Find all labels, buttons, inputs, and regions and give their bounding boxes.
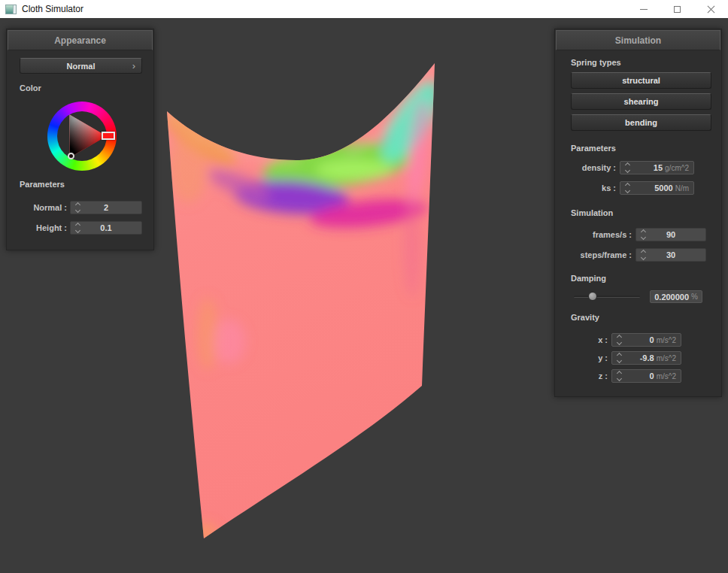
app-icon — [5, 5, 17, 14]
ks-spinbox[interactable]: 5000 N/m — [620, 181, 694, 195]
gravity-x-label: x : — [555, 335, 608, 344]
spring-types-label: Spring types — [571, 58, 621, 67]
slider-track[interactable] — [574, 296, 640, 298]
density-spinbox[interactable]: 15 g/cm^2 — [620, 161, 694, 174]
damping-value-box[interactable]: 0.200000 % — [650, 290, 702, 303]
saturation-value-selector[interactable] — [68, 153, 74, 159]
spinner-arrows-icon[interactable] — [612, 353, 624, 362]
bending-button[interactable]: bending — [571, 114, 711, 131]
height-param-spinbox[interactable]: 0.1 — [70, 221, 142, 235]
close-icon — [707, 5, 715, 14]
gravity-x-unit: m/s^2 — [654, 336, 681, 344]
density-label: density : — [555, 163, 616, 172]
color-label: Color — [20, 83, 41, 92]
structural-button[interactable]: structural — [571, 72, 711, 89]
gravity-y-unit: m/s^2 — [654, 354, 681, 362]
ks-label: ks : — [555, 183, 616, 193]
shader-dropdown[interactable]: Normal › — [20, 58, 142, 74]
slider-handle[interactable] — [588, 292, 597, 301]
gravity-label: Gravity — [571, 313, 599, 322]
spinner-arrows-icon[interactable] — [612, 335, 624, 344]
gravity-z-spinbox[interactable]: 0 m/s^2 — [611, 369, 681, 383]
sim-simulation-label: Simulation — [571, 208, 613, 217]
viewport[interactable]: Appearance Normal › Color — [0, 18, 728, 573]
appearance-panel: Appearance Normal › Color — [6, 29, 154, 250]
frames-spinbox[interactable]: 90 — [635, 228, 706, 241]
shader-dropdown-value: Normal — [67, 62, 96, 71]
density-unit: g/cm^2 — [663, 164, 693, 172]
normal-param-spinbox[interactable]: 2 — [70, 201, 142, 214]
steps-label: steps/frame : — [555, 250, 632, 259]
minimize-button[interactable] — [626, 0, 660, 18]
height-param-label: Height : — [7, 223, 67, 232]
chevron-right-icon: › — [132, 60, 135, 71]
gravity-z-label: z : — [555, 371, 608, 380]
gravity-y-label: y : — [555, 353, 608, 362]
spinner-arrows-icon[interactable] — [636, 230, 648, 239]
simulation-panel-header[interactable]: Simulation — [556, 30, 720, 50]
shearing-button[interactable]: shearing — [571, 93, 711, 110]
spinner-arrows-icon[interactable] — [620, 163, 632, 172]
frames-label: frames/s : — [555, 230, 632, 239]
close-button[interactable] — [694, 0, 728, 18]
gravity-y-spinbox[interactable]: -9.8 m/s^2 — [611, 351, 681, 365]
spinner-arrows-icon[interactable] — [636, 250, 648, 259]
spinner-arrows-icon[interactable] — [71, 203, 83, 212]
gravity-z-unit: m/s^2 — [654, 372, 681, 380]
color-wheel[interactable] — [47, 102, 117, 171]
appearance-parameters-label: Parameters — [20, 180, 65, 189]
normal-param-label: Normal : — [7, 203, 67, 212]
maximize-icon — [674, 6, 681, 13]
minimize-icon — [640, 9, 648, 10]
sim-parameters-label: Parameters — [571, 144, 616, 153]
damping-label: Damping — [571, 274, 606, 283]
simulation-panel: Simulation Spring types structural shear… — [554, 29, 722, 397]
spinner-arrows-icon[interactable] — [71, 223, 83, 232]
steps-spinbox[interactable]: 30 — [635, 248, 706, 262]
spinner-arrows-icon[interactable] — [620, 183, 632, 193]
damping-slider[interactable] — [574, 290, 640, 302]
gravity-x-spinbox[interactable]: 0 m/s^2 — [611, 333, 681, 347]
damping-unit: % — [689, 293, 702, 301]
ks-unit: N/m — [673, 184, 693, 193]
title-bar[interactable]: Cloth Simulator — [0, 0, 728, 18]
spinner-arrows-icon[interactable] — [612, 371, 624, 380]
hue-selector[interactable] — [102, 132, 115, 140]
appearance-panel-header[interactable]: Appearance — [8, 30, 153, 50]
maximize-button[interactable] — [660, 0, 694, 18]
window-title: Cloth Simulator — [22, 4, 83, 14]
